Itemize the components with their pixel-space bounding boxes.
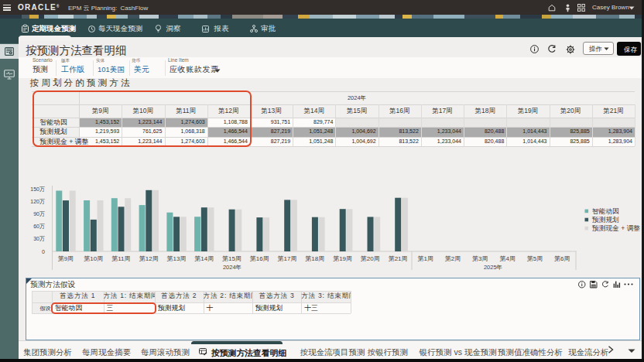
svg-text:2025年: 2025年 bbox=[484, 264, 502, 271]
svg-text:第15周: 第15周 bbox=[222, 255, 242, 262]
svg-text:第9周: 第9周 bbox=[58, 255, 74, 262]
svg-text:预测规划: 预测规划 bbox=[591, 216, 619, 224]
svg-text:智能动因: 智能动因 bbox=[592, 207, 619, 215]
svg-text:第13周: 第13周 bbox=[167, 255, 187, 262]
svg-text:第20周: 第20周 bbox=[361, 255, 380, 262]
svg-text:第21周: 第21周 bbox=[389, 255, 408, 262]
svg-text:第14周: 第14周 bbox=[194, 255, 214, 262]
svg-text:第19周: 第19周 bbox=[333, 255, 352, 262]
svg-text:第10周: 第10周 bbox=[84, 255, 103, 262]
svg-text:30万: 30万 bbox=[33, 236, 45, 241]
svg-text:第2周: 第2周 bbox=[445, 255, 461, 262]
svg-text:第18周: 第18周 bbox=[305, 255, 324, 262]
svg-text:2024年: 2024年 bbox=[223, 264, 242, 271]
svg-text:第3周: 第3周 bbox=[472, 255, 488, 262]
svg-text:第1周: 第1周 bbox=[417, 255, 433, 262]
svg-text:0: 0 bbox=[42, 249, 45, 254]
svg-text:120万: 120万 bbox=[30, 199, 45, 204]
svg-text:第17周: 第17周 bbox=[278, 255, 297, 262]
svg-text:第11周: 第11周 bbox=[111, 255, 130, 262]
svg-text:150万: 150万 bbox=[30, 186, 45, 192]
svg-text:预测现金 + 调整: 预测现金 + 调整 bbox=[591, 224, 640, 232]
svg-text:第6周: 第6周 bbox=[554, 255, 570, 262]
svg-text:第12周: 第12周 bbox=[139, 255, 159, 262]
svg-text:第4周: 第4周 bbox=[499, 255, 515, 262]
svg-text:90万: 90万 bbox=[33, 211, 45, 217]
svg-text:第5周: 第5周 bbox=[527, 255, 543, 262]
svg-text:第16周: 第16周 bbox=[250, 255, 269, 262]
svg-text:60万: 60万 bbox=[33, 224, 45, 229]
